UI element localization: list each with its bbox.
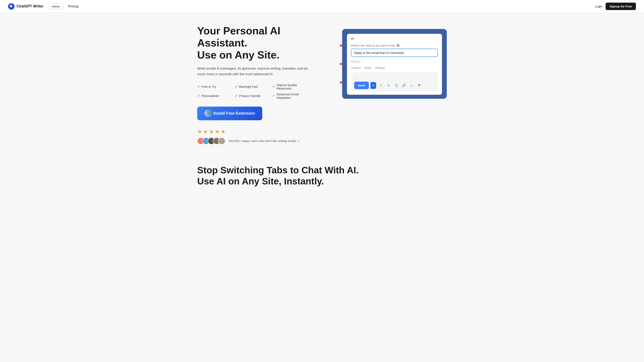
demo-dot-1 <box>340 44 342 47</box>
star-2: ★ <box>203 128 208 135</box>
feature-privacy-friendly: ✓ Privacy Friendly <box>235 92 272 99</box>
prompt-value: Reply to this email that I'm interested <box>354 51 404 54</box>
check-icon-4: ✓ <box>197 94 200 98</box>
features-grid: ✓ Free to Try ✓ Blazingly Fast ✓ Highest… <box>197 83 310 99</box>
ellipsis-text: ... <box>354 75 435 80</box>
lightning-action-icon[interactable]: ⚡ <box>378 83 384 88</box>
feature-label-5: Privacy Friendly <box>239 94 260 97</box>
send-button[interactable]: Send <box>354 82 369 89</box>
nav-right: Login Signup for Free <box>595 2 636 10</box>
logo-icon <box>8 3 14 10</box>
avatars-group <box>197 137 226 145</box>
avatar-5 <box>218 137 226 145</box>
hero-subtitle: Write emails & messages, fix grammar, im… <box>197 66 310 77</box>
install-button[interactable]: Install Free Extension <box>197 107 262 120</box>
hero-left: Your Personal AI Assistant. Use on Any S… <box>197 25 310 145</box>
bottom-line1: Stop Switching Tabs to Chat With AI. <box>197 165 359 175</box>
demo-bottom: ... Send ▼ ⚡ A 📎 🔗 ☺ ⚑ <box>351 72 438 91</box>
user-count-text: 700,000+ happy users who don't like writ… <box>228 139 300 143</box>
hero-right: Hi Briefly enter what do you want to rep… <box>342 25 447 99</box>
share-link[interactable]: Share <box>364 66 372 69</box>
check-icon-1: ✓ <box>197 85 200 88</box>
attach-icon[interactable]: 📎 <box>394 83 399 88</box>
demo-card: Hi Briefly enter what do you want to rep… <box>347 34 442 95</box>
demo-wrapper: Hi Briefly enter what do you want to rep… <box>342 29 447 99</box>
star-1: ★ <box>197 128 202 135</box>
format-icon[interactable]: A <box>386 83 392 88</box>
check-icon-6: ✓ <box>272 94 275 98</box>
star-3: ★ <box>209 128 214 135</box>
hero-section: Your Personal AI Assistant. Use on Any S… <box>181 13 463 153</box>
emoji-icon[interactable]: ☺ <box>409 83 414 88</box>
prompt-label: Briefly enter what do you want to reply … <box>351 44 438 47</box>
feature-label-4: Personalized <box>202 94 219 97</box>
star-4: ★ <box>215 128 220 135</box>
logo-area: ChatGPT Writer <box>8 3 44 10</box>
feature-free-to-try: ✓ Free to Try <box>197 83 235 90</box>
check-icon-5: ✓ <box>235 94 238 98</box>
bottom-section: Stop Switching Tabs to Chat With AI. Use… <box>181 153 463 195</box>
prompt-label-text: Briefly enter what do you want to reply <box>351 44 395 47</box>
feature-personalized: ✓ Personalized <box>197 92 235 99</box>
prompt-input[interactable]: Reply to this email that I'm interested <box>351 49 438 57</box>
feature-label-2: Blazingly Fast <box>239 85 258 88</box>
feature-label-3: Highest Quality Responses <box>276 83 310 90</box>
check-icon-2: ✓ <box>235 85 238 88</box>
signup-button[interactable]: Signup for Free <box>606 2 636 10</box>
pricing-button[interactable]: Pricing <box>68 4 78 8</box>
demo-actions: Send ▼ ⚡ A 📎 🔗 ☺ ⚑ <box>354 82 435 89</box>
home-button[interactable]: Home <box>48 3 63 9</box>
demo-dot-3 <box>340 81 342 84</box>
hero-title-line1: Your Personal AI Assistant. <box>197 25 280 49</box>
feature-label-1: Free to Try <box>202 85 216 88</box>
email-greeting: Hi <box>351 37 438 41</box>
navbar: ChatGPT Writer Home Pricing Login Signup… <box>0 0 644 13</box>
install-button-label: Install Free Extension <box>213 111 255 116</box>
chrome-icon <box>204 110 211 117</box>
logo-text: ChatGPT Writer <box>16 4 44 8</box>
demo-links: Support Share Settings <box>351 66 438 69</box>
login-button[interactable]: Login <box>595 5 602 8</box>
bottom-title: Stop Switching Tabs to Chat With AI. Use… <box>197 165 447 187</box>
help-icon: ? <box>396 44 400 47</box>
stars-row: ★ ★ ★ ★ ★ <box>197 128 310 135</box>
hero-title: Your Personal AI Assistant. Use on Any S… <box>197 25 310 61</box>
star-5: ★ <box>220 128 226 135</box>
writing-label: Writing <box>351 60 360 63</box>
svg-point-4 <box>207 113 208 114</box>
feature-highest-quality: ✓ Highest Quality Responses <box>272 83 310 90</box>
hero-title-line2: Use on Any Site. <box>197 49 279 61</box>
support-link[interactable]: Support <box>351 66 361 69</box>
send-caret-button[interactable]: ▼ <box>370 82 376 89</box>
nav-left: ChatGPT Writer Home Pricing <box>8 3 78 10</box>
demo-dot-2 <box>340 63 342 65</box>
check-icon-3: ✓ <box>272 85 275 88</box>
feature-gmail: ✓ Advanced Gmail Integration <box>272 92 310 99</box>
plus-icon: + <box>361 60 363 63</box>
feature-blazingly-fast: ✓ Blazingly Fast <box>235 83 272 90</box>
more-icon[interactable]: ⚑ <box>416 83 422 88</box>
bottom-line2: Use AI on Any Site, Instantly. <box>197 176 324 186</box>
writing-toolbar: Writing + <box>351 60 438 63</box>
send-label: Send <box>358 84 365 87</box>
demo-dots <box>340 44 342 84</box>
settings-link[interactable]: Settings <box>375 66 385 69</box>
link-icon[interactable]: 🔗 <box>401 83 407 88</box>
users-row: 700,000+ happy users who don't like writ… <box>197 137 310 145</box>
feature-label-6: Advanced Gmail Integration <box>276 92 310 99</box>
